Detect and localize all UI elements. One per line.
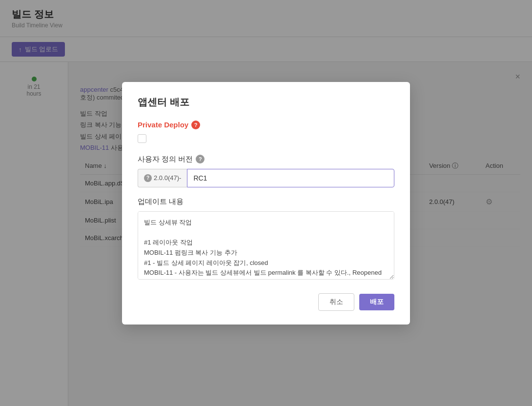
version-input[interactable] xyxy=(187,169,394,187)
cancel-button[interactable]: 취소 xyxy=(318,293,354,311)
deploy-button[interactable]: 배포 xyxy=(359,294,394,310)
modal-overlay: 앱센터 배포 Private Deploy ? 사용자 정의 버전 ? ? 2.… xyxy=(0,0,532,406)
private-deploy-help-icon[interactable]: ? xyxy=(191,121,200,129)
version-prefix-help-icon: ? xyxy=(144,174,152,182)
version-section: 사용자 정의 버전 ? xyxy=(138,155,394,164)
version-row: ? 2.0.0(47)- xyxy=(138,169,394,187)
private-deploy-section: Private Deploy ? xyxy=(138,121,394,129)
version-prefix: ? 2.0.0(47)- xyxy=(138,169,187,187)
version-prefix-text: 2.0.0(47)- xyxy=(154,174,181,182)
checkbox-area xyxy=(138,134,394,145)
modal-title: 앱센터 배포 xyxy=(138,96,394,109)
update-content-label: 업데이트 내용 xyxy=(138,197,394,206)
modal-footer: 취소 배포 xyxy=(138,293,394,311)
private-deploy-label: Private Deploy xyxy=(138,121,188,129)
update-content-textarea[interactable] xyxy=(138,211,394,280)
modal: 앱센터 배포 Private Deploy ? 사용자 정의 버전 ? ? 2.… xyxy=(122,82,410,325)
version-label-text: 사용자 정의 버전 xyxy=(138,155,193,164)
private-deploy-checkbox[interactable] xyxy=(138,134,146,143)
version-help-icon[interactable]: ? xyxy=(196,155,205,163)
